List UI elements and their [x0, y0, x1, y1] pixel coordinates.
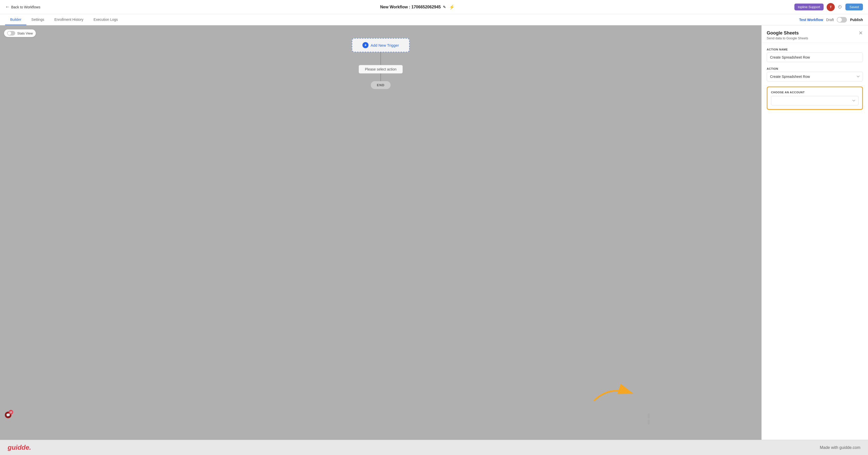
workflow-title-text: New Workflow : 1706652062945: [380, 5, 441, 9]
panel-subtitle: Send data to Google Sheets: [767, 36, 808, 40]
tab-execution-logs[interactable]: Execution Logs: [89, 14, 123, 25]
publish-button[interactable]: Publish: [850, 18, 863, 22]
toggle-knob: [837, 18, 842, 22]
lightning-icon: ⚡: [449, 4, 455, 10]
panel-header: Google Sheets Send data to Google Sheets…: [762, 25, 868, 43]
tab-enrollment-history[interactable]: Enrollment History: [49, 14, 88, 25]
stats-toggle-knob: [8, 31, 11, 35]
topbar: ← Back to Workflows New Workflow : 17066…: [0, 0, 868, 14]
draft-publish-toggle[interactable]: [837, 17, 847, 23]
add-trigger-label: Add New Trigger: [371, 43, 399, 47]
panel-title: Google Sheets: [767, 30, 808, 36]
action-name-label: ACTION NAME: [767, 48, 863, 51]
account-select[interactable]: [771, 96, 859, 105]
action-name-input[interactable]: [767, 53, 863, 62]
arrow-svg: [589, 381, 640, 406]
main-content: Stats View + Add New Trigger Please sele…: [0, 25, 868, 440]
workflow-nodes: + Add New Trigger Please select action E…: [352, 38, 410, 89]
tab-builder[interactable]: Builder: [5, 14, 26, 25]
avatar[interactable]: T: [827, 3, 835, 11]
arrow-annotation: [589, 381, 640, 407]
notification-area: 💬 10: [4, 411, 12, 420]
workflow-title-area: New Workflow : 1706652062945 ✎ ⚡: [380, 4, 455, 10]
back-arrow-icon: ←: [5, 4, 10, 10]
history-icon[interactable]: ⏲: [838, 4, 842, 10]
right-panel: Google Sheets Send data to Google Sheets…: [762, 25, 868, 440]
topbar-right: topline Support T ⏲ Saved: [795, 3, 863, 11]
action-name-field: ACTION NAME: [767, 48, 863, 62]
add-trigger-node[interactable]: + Add New Trigger: [352, 38, 410, 52]
panel-title-area: Google Sheets Send data to Google Sheets: [767, 30, 808, 40]
footer-made-with: Made with guidde.com: [820, 445, 860, 450]
stats-view-label: Stats View: [17, 31, 33, 35]
plus-icon: +: [363, 42, 369, 48]
canvas-area: Stats View + Add New Trigger Please sele…: [0, 25, 762, 440]
stats-toggle[interactable]: Stats View: [4, 29, 36, 37]
back-label: Back to Workflows: [11, 5, 40, 9]
action-field: ACTION Create Spreadsheet Row: [767, 67, 863, 82]
nav-tabs: Builder Settings Enrollment History Exec…: [0, 14, 868, 25]
stats-toggle-switch[interactable]: [7, 31, 15, 35]
choose-account-section: CHOOSE AN ACCOUNT: [767, 87, 863, 110]
action-select[interactable]: Create Spreadsheet Row: [767, 72, 863, 82]
workflow-title: New Workflow : 1706652062945 ✎ ⚡: [380, 4, 455, 10]
notification-count: 10: [9, 410, 13, 415]
footer: guidde. Made with guidde.com: [0, 440, 868, 455]
connector-line-1: [380, 52, 381, 65]
connector-line-2: [380, 73, 381, 81]
action-label-text: ACTION: [767, 67, 863, 70]
back-to-workflows[interactable]: ← Back to Workflows: [5, 4, 40, 10]
tabs-left: Builder Settings Enrollment History Exec…: [5, 14, 123, 25]
choose-account-label: CHOOSE AN ACCOUNT: [771, 91, 859, 94]
tab-settings[interactable]: Settings: [26, 14, 50, 25]
close-panel-button[interactable]: ✕: [859, 30, 863, 35]
saved-button[interactable]: Saved: [845, 4, 863, 10]
support-button[interactable]: topline Support: [795, 4, 824, 10]
end-node: END: [371, 81, 391, 89]
scroll-bar-top: [648, 413, 650, 419]
scroll-bar-bottom: [648, 420, 650, 425]
action-label-node: Please select action: [359, 65, 403, 73]
edit-icon[interactable]: ✎: [443, 5, 446, 9]
tabs-right: Test Workflow Draft Publish: [799, 17, 863, 23]
panel-body: ACTION NAME ACTION Create Spreadsheet Ro…: [762, 43, 868, 115]
test-workflow-button[interactable]: Test Workflow: [799, 18, 823, 22]
scroll-indicators: [648, 413, 650, 425]
draft-label: Draft: [826, 18, 834, 22]
notification-badge[interactable]: 💬 10: [4, 411, 12, 419]
footer-logo: guidde.: [8, 444, 31, 451]
